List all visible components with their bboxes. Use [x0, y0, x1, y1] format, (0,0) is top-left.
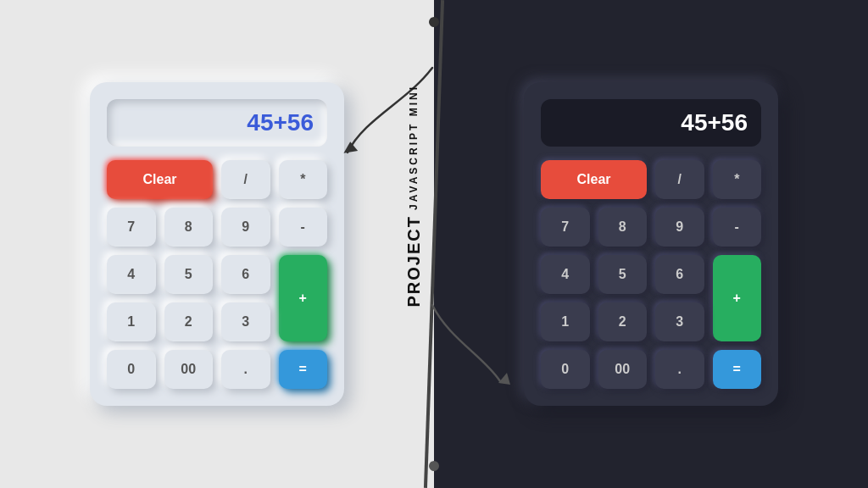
- light-display-value: 45+56: [247, 109, 314, 136]
- light-0-button[interactable]: 0: [107, 350, 156, 389]
- light-display: 45+56: [107, 99, 327, 147]
- dark-7-button[interactable]: 7: [541, 208, 590, 247]
- light-6-button[interactable]: 6: [221, 255, 270, 294]
- dark-display: 45+56: [541, 99, 761, 147]
- dark-divide-button[interactable]: /: [655, 160, 704, 199]
- dark-00-button[interactable]: 00: [598, 350, 648, 389]
- light-clear-button[interactable]: Clear: [107, 160, 213, 199]
- dark-2-button[interactable]: 2: [598, 302, 648, 341]
- dark-5-button[interactable]: 5: [598, 255, 648, 294]
- light-divide-button[interactable]: /: [221, 160, 270, 199]
- light-dot-button[interactable]: .: [221, 350, 270, 389]
- dark-1-button[interactable]: 1: [541, 302, 590, 341]
- dark-buttons-grid: Clear / * 7 8 9 - 4 5 6 + 1 2 3 0 00 . =: [541, 160, 761, 389]
- light-plus-button[interactable]: +: [279, 255, 328, 341]
- dark-equals-button[interactable]: =: [713, 350, 762, 389]
- dark-clear-button[interactable]: Clear: [541, 160, 647, 199]
- light-buttons-grid: Clear / * 7 8 9 - 4 5 6 + 1 2 3 0 00 . =: [107, 160, 327, 389]
- dark-9-button[interactable]: 9: [655, 208, 704, 247]
- dark-6-button[interactable]: 6: [655, 255, 704, 294]
- dark-plus-button[interactable]: +: [713, 255, 762, 341]
- dark-0-button[interactable]: 0: [541, 350, 590, 389]
- light-3-button[interactable]: 3: [221, 302, 270, 341]
- dark-multiply-button[interactable]: *: [713, 160, 762, 199]
- light-calculator: 45+56 Clear / * 7 8 9 - 4 5 6 + 1 2 3 0 …: [90, 82, 344, 406]
- dark-minus-button[interactable]: -: [713, 208, 762, 247]
- dark-3-button[interactable]: 3: [655, 302, 704, 341]
- dark-display-value: 45+56: [681, 109, 748, 136]
- light-4-button[interactable]: 4: [107, 255, 156, 294]
- light-equals-button[interactable]: =: [279, 350, 328, 389]
- dark-4-button[interactable]: 4: [541, 255, 590, 294]
- light-2-button[interactable]: 2: [164, 302, 214, 341]
- dark-dot-button[interactable]: .: [655, 350, 704, 389]
- dark-8-button[interactable]: 8: [598, 208, 648, 247]
- light-1-button[interactable]: 1: [107, 302, 156, 341]
- dark-calculator: 45+56 Clear / * 7 8 9 - 4 5 6 + 1 2 3 0 …: [524, 82, 778, 406]
- light-00-button[interactable]: 00: [164, 350, 214, 389]
- light-9-button[interactable]: 9: [221, 208, 270, 247]
- light-multiply-button[interactable]: *: [279, 160, 328, 199]
- light-7-button[interactable]: 7: [107, 208, 156, 247]
- light-side: 45+56 Clear / * 7 8 9 - 4 5 6 + 1 2 3 0 …: [0, 0, 434, 488]
- light-8-button[interactable]: 8: [164, 208, 214, 247]
- dark-side: 45+56 Clear / * 7 8 9 - 4 5 6 + 1 2 3 0 …: [434, 0, 868, 488]
- light-5-button[interactable]: 5: [164, 255, 214, 294]
- light-minus-button[interactable]: -: [279, 208, 328, 247]
